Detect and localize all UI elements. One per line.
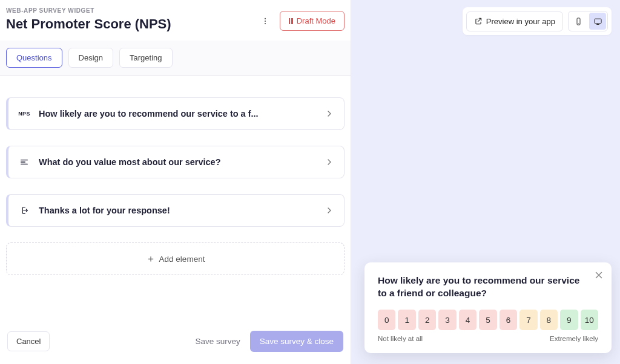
- nps-score-5[interactable]: 5: [479, 310, 496, 330]
- exit-type-icon: [18, 206, 30, 215]
- chevron-right-icon: [325, 109, 334, 119]
- widget-question-text: How likely are you to recommend our serv…: [378, 275, 598, 300]
- svg-point-1: [265, 20, 266, 21]
- nps-score-4[interactable]: 4: [459, 310, 477, 330]
- question-title: What do you value most about our service…: [39, 157, 316, 167]
- nps-high-label: Extremely likely: [550, 335, 598, 342]
- pause-icon: [289, 18, 293, 24]
- add-element-button[interactable]: ＋ Add element: [6, 242, 345, 275]
- nps-score-9[interactable]: 9: [560, 310, 578, 330]
- nps-score-6[interactable]: 6: [500, 310, 517, 330]
- svg-rect-5: [594, 19, 601, 24]
- question-title: Thanks a lot for your response!: [39, 206, 316, 215]
- save-and-close-button[interactable]: Save survey & close: [250, 331, 343, 352]
- desktop-icon: [593, 17, 602, 26]
- chevron-right-icon: [325, 206, 334, 215]
- preview-button-label: Preview in your app: [486, 17, 555, 26]
- nps-low-label: Not likely at all: [378, 335, 423, 342]
- nps-scale: 0 1 2 3 4 5 6 7 8 9 10: [378, 310, 598, 330]
- draft-mode-label: Draft Mode: [297, 16, 335, 25]
- survey-widget-preview: How likely are you to recommend our serv…: [364, 262, 612, 353]
- cancel-button[interactable]: Cancel: [7, 331, 50, 351]
- nps-score-8[interactable]: 8: [540, 310, 558, 330]
- device-toggle: [568, 11, 608, 31]
- more-menu-button[interactable]: [257, 13, 274, 30]
- eyebrow-label: WEB-APP SURVEY WIDGET: [6, 7, 257, 14]
- question-card-text[interactable]: What do you value most about our service…: [6, 146, 345, 178]
- question-card-nps[interactable]: NPS How likely are you to recommend our …: [6, 97, 345, 130]
- external-link-icon: [474, 17, 483, 25]
- nps-type-icon: NPS: [18, 111, 30, 117]
- nps-score-2[interactable]: 2: [418, 310, 436, 330]
- svg-point-0: [265, 18, 266, 19]
- tabs: Questions Design Targeting: [0, 41, 351, 76]
- preview-panel: Preview in your app How likely are you t…: [351, 0, 620, 364]
- nps-score-0[interactable]: 0: [378, 310, 395, 330]
- mobile-view-button[interactable]: [570, 13, 587, 30]
- tab-questions[interactable]: Questions: [6, 48, 62, 68]
- desktop-view-button[interactable]: [589, 13, 606, 30]
- nps-score-1[interactable]: 1: [398, 310, 415, 330]
- save-survey-button[interactable]: Save survey: [195, 337, 240, 346]
- kebab-icon: [261, 17, 269, 25]
- tab-design[interactable]: Design: [68, 48, 113, 68]
- chevron-right-icon: [325, 157, 334, 167]
- nps-score-7[interactable]: 7: [519, 310, 537, 330]
- text-type-icon: [18, 157, 30, 167]
- svg-point-2: [265, 23, 266, 24]
- nps-score-10[interactable]: 10: [581, 310, 598, 330]
- close-icon[interactable]: [593, 270, 604, 281]
- add-element-label: Add element: [159, 255, 205, 264]
- plus-icon: ＋: [146, 254, 156, 264]
- draft-mode-button[interactable]: Draft Mode: [280, 11, 345, 31]
- preview-toolbar: Preview in your app: [463, 7, 612, 35]
- preview-in-app-button[interactable]: Preview in your app: [466, 11, 563, 31]
- page-title: Net Promoter Score (NPS): [6, 16, 257, 32]
- mobile-icon: [574, 17, 583, 26]
- question-title: How likely are you to recommend our serv…: [39, 109, 316, 119]
- question-card-thanks[interactable]: Thanks a lot for your response!: [6, 194, 345, 227]
- nps-score-3[interactable]: 3: [438, 310, 456, 330]
- tab-targeting[interactable]: Targeting: [119, 48, 172, 68]
